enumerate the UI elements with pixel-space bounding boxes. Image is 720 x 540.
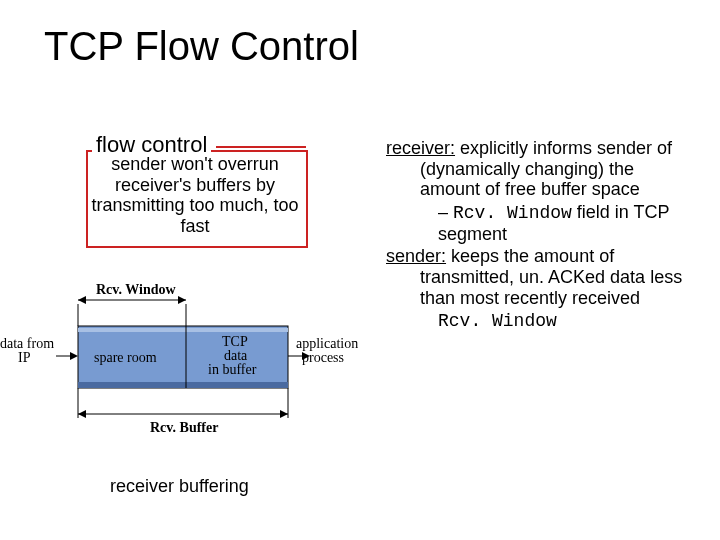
slide: TCP Flow Control flow control sender won… [0,0,720,540]
dash-prefix: – [438,202,453,222]
svg-marker-16 [78,410,86,418]
rcvbuffer-label: Rcv. Buffer [150,420,218,435]
spare-room-label: spare room [94,350,157,365]
svg-rect-7 [78,382,288,388]
tcp-data-label-2: data [224,348,248,363]
rcvwindow-field-line: – Rcv. Window field in TCP segment [386,202,686,244]
figure-caption: receiver buffering [110,476,249,497]
svg-marker-1 [78,296,86,304]
svg-marker-10 [70,352,78,360]
receiver-text: explicitly informs sender of (dynamicall… [420,138,672,199]
flow-control-legend-rule [216,146,306,148]
buffer-figure: Rcv. Window spare room TCP data in buffe… [0,278,360,458]
receiver-definition: receiver: explicitly informs sender of (… [386,138,686,200]
tcp-data-label-3: in buffer [208,362,257,377]
svg-rect-6 [78,328,288,332]
tcp-data-label-1: TCP [222,334,248,349]
slide-title: TCP Flow Control [44,24,359,69]
app-process-2: process [302,350,344,365]
data-from-ip-2: IP [18,350,31,365]
sender-definition: sender: keeps the amount of transmitted,… [386,246,686,308]
rcvwindow-code: Rcv. Window [453,203,572,223]
svg-marker-17 [280,410,288,418]
receiver-label: receiver: [386,138,455,158]
data-from-ip-1: data from [0,336,54,351]
sender-code: Rcv. Window [386,311,686,332]
sender-text: keeps the amount of transmitted, un. ACK… [420,246,682,307]
app-process-1: application [296,336,358,351]
flow-control-body: sender won't overrun receiver's buffers … [90,154,300,237]
definitions-column: receiver: explicitly informs sender of (… [386,138,686,333]
sender-label: sender: [386,246,446,266]
rcvwindow-label: Rcv. Window [96,282,177,297]
svg-marker-2 [178,296,186,304]
